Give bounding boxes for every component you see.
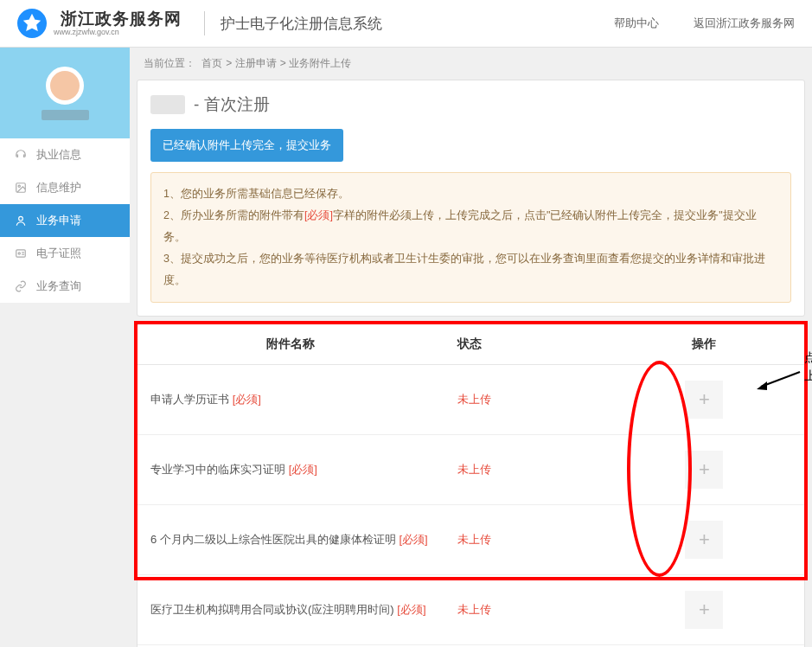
- required-tag: [必须]: [399, 533, 427, 546]
- image-icon: [14, 181, 28, 195]
- svg-point-4: [18, 253, 20, 254]
- sidebar-item-4[interactable]: 业务查询: [0, 270, 130, 303]
- sidebar-item-label: 电子证照: [36, 246, 81, 261]
- breadcrumb-item: 业务附件上传: [289, 57, 351, 69]
- logo-sub-text: www.zjzwfw.gov.cn: [54, 29, 189, 37]
- required-tag: [必须]: [397, 603, 425, 616]
- sidebar-item-3[interactable]: 电子证照: [0, 237, 130, 270]
- sidebar-item-2[interactable]: 业务申请: [0, 204, 130, 237]
- table-row: 申请人学历证书 [必须]未上传+: [137, 365, 804, 435]
- breadcrumb-item[interactable]: 首页: [201, 57, 222, 69]
- annotation-text: 点击"+"，按要求上传材料。: [804, 349, 812, 385]
- cell-action: +: [604, 575, 804, 645]
- svg-point-1: [18, 185, 20, 187]
- sidebar-item-label: 信息维护: [36, 180, 81, 195]
- cell-action: +: [604, 365, 804, 435]
- logo: 浙江政务服务网 www.zjzwfw.gov.cn: [17, 9, 189, 38]
- breadcrumb-item[interactable]: 注册申请: [235, 57, 277, 69]
- table-row: 医疗卫生机构拟聘用合同或协议(应注明聘用时间) [必须]未上传+: [137, 575, 804, 645]
- breadcrumb-label: 当前位置：: [144, 57, 195, 69]
- cell-status: 未上传: [444, 505, 604, 575]
- back-link[interactable]: 返回浙江政务服务网: [694, 16, 795, 31]
- breadcrumb: 当前位置： 首页> 注册申请> 业务附件上传: [137, 48, 805, 80]
- required-tag: [必须]: [233, 393, 261, 406]
- user-name-blur: [42, 110, 89, 120]
- attachment-table-wrap: 附件名称 状态 操作 申请人学历证书 [必须]未上传+专业学习中的临床实习证明 …: [137, 324, 805, 647]
- notice-line-2: 2、所办业务所需的附件带有[必须]字样的附件必须上传，上传完成之后，点击"已经确…: [163, 205, 778, 248]
- th-name: 附件名称: [137, 324, 444, 365]
- cell-status: 未上传: [444, 435, 604, 505]
- help-link[interactable]: 帮助中心: [614, 16, 659, 31]
- add-attachment-button[interactable]: +: [685, 521, 723, 559]
- page-title-blur: [150, 95, 185, 114]
- add-attachment-button[interactable]: +: [685, 451, 723, 489]
- cell-name: 专业学习中的临床实习证明 [必须]: [137, 435, 444, 505]
- sidebar-item-label: 业务申请: [36, 213, 81, 228]
- logo-icon: [17, 9, 47, 38]
- user-icon: [14, 214, 28, 227]
- cell-status: 未上传: [444, 575, 604, 645]
- notice-line-3: 3、提交成功之后，您的业务等待医疗机构或者卫生计生委的审批，您可以在业务查询里面…: [163, 248, 778, 291]
- cell-action: +: [604, 435, 804, 505]
- app-header: 浙江政务服务网 www.zjzwfw.gov.cn 护士电子化注册信息系统 帮助…: [0, 0, 812, 48]
- attachment-table: 附件名称 状态 操作 申请人学历证书 [必须]未上传+专业学习中的临床实习证明 …: [137, 324, 804, 647]
- th-status: 状态: [444, 324, 604, 365]
- page-title: - 首次注册: [194, 93, 270, 116]
- sidebar-item-1[interactable]: 信息维护: [0, 171, 130, 204]
- sidebar-item-0[interactable]: 执业信息: [0, 138, 130, 171]
- cell-name: 6 个月内二级以上综合性医院出具的健康体检证明 [必须]: [137, 505, 444, 575]
- logo-main-text: 浙江政务服务网: [54, 10, 189, 29]
- submit-button[interactable]: 已经确认附件上传完全，提交业务: [150, 129, 343, 162]
- sidebar-item-label: 执业信息: [36, 147, 81, 163]
- cell-name: 申请人学历证书 [必须]: [137, 365, 444, 435]
- add-attachment-button[interactable]: +: [685, 591, 723, 629]
- main-content: 当前位置： 首页> 注册申请> 业务附件上传 - 首次注册 已经确认附件上传完全…: [130, 48, 812, 647]
- user-box: [0, 48, 130, 138]
- th-action: 操作: [604, 324, 804, 365]
- table-row: 6 个月内二级以上综合性医院出具的健康体检证明 [必须]未上传+: [137, 505, 804, 575]
- notice-line-1: 1、您的业务所需基础信息已经保存。: [163, 183, 778, 205]
- headset-icon: [14, 148, 28, 162]
- sidebar: 执业信息信息维护业务申请电子证照业务查询: [0, 48, 130, 303]
- info-panel: - 首次注册 已经确认附件上传完全，提交业务 1、您的业务所需基础信息已经保存。…: [137, 80, 805, 317]
- svg-point-2: [19, 216, 23, 221]
- table-row: 专业学习中的临床实习证明 [必须]未上传+: [137, 435, 804, 505]
- id-icon: [14, 247, 28, 260]
- cell-action: +: [604, 505, 804, 575]
- link-icon: [14, 279, 28, 293]
- add-attachment-button[interactable]: +: [685, 381, 723, 419]
- system-title: 护士电子化注册信息系统: [221, 14, 382, 34]
- sidebar-item-label: 业务查询: [36, 279, 81, 294]
- divider: [204, 11, 205, 35]
- notice-box: 1、您的业务所需基础信息已经保存。 2、所办业务所需的附件带有[必须]字样的附件…: [150, 172, 791, 303]
- cell-name: 医疗卫生机构拟聘用合同或协议(应注明聘用时间) [必须]: [137, 575, 444, 645]
- avatar: [46, 67, 84, 105]
- cell-status: 未上传: [444, 365, 604, 435]
- required-tag: [必须]: [289, 463, 317, 476]
